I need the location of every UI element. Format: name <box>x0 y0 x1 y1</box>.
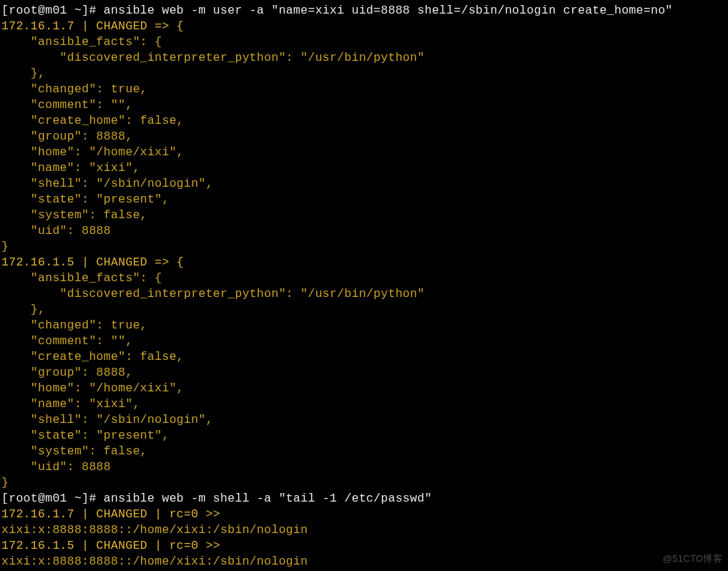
ansible-shell-header: 172.16.1.7 | CHANGED | rc=0 >> <box>1 507 727 522</box>
json-line: "group": 8888, <box>1 365 727 381</box>
terminal-output[interactable]: [root@m01 ~]# ansible web -m user -a "na… <box>1 3 727 570</box>
json-line: "uid": 8888 <box>1 459 727 475</box>
json-line: "home": "/home/xixi", <box>1 381 727 396</box>
passwd-line: xixi:x:8888:8888::/home/xixi:/sbin/nolog… <box>1 522 727 538</box>
json-close-brace: } <box>1 239 727 255</box>
ansible-host-header: 172.16.1.5 | CHANGED => { <box>1 255 727 270</box>
json-close-brace: } <box>1 475 727 491</box>
prompt-command: ansible web -m user -a "name=xixi uid=88… <box>104 4 673 17</box>
json-line: "discovered_interpreter_python": "/usr/b… <box>1 286 727 302</box>
prompt-command: ansible web -m shell -a "tail -1 /etc/pa… <box>104 492 432 505</box>
json-line: "shell": "/sbin/nologin", <box>1 412 727 428</box>
json-line: "system": false, <box>1 444 727 459</box>
json-line: }, <box>1 302 727 318</box>
prompt-line-2: [root@m01 ~]# ansible web -m shell -a "t… <box>1 491 727 507</box>
json-line: "create_home": false, <box>1 349 727 365</box>
json-line: "home": "/home/xixi", <box>1 145 727 160</box>
json-line: "shell": "/sbin/nologin", <box>1 176 727 192</box>
json-line: "state": "present", <box>1 192 727 208</box>
json-line: "comment": "", <box>1 333 727 349</box>
json-line: "comment": "", <box>1 97 727 113</box>
json-line: "changed": true, <box>1 318 727 333</box>
ansible-shell-header: 172.16.1.5 | CHANGED | rc=0 >> <box>1 538 727 554</box>
prompt-user-host: [root@m01 ~]# <box>1 492 104 505</box>
json-line: "state": "present", <box>1 428 727 444</box>
prompt-line-1: [root@m01 ~]# ansible web -m user -a "na… <box>1 3 727 19</box>
json-line: "changed": true, <box>1 82 727 97</box>
json-line: "name": "xixi", <box>1 160 727 176</box>
json-line: "ansible_facts": { <box>1 270 727 286</box>
json-line: "uid": 8888 <box>1 223 727 239</box>
passwd-line: xixi:x:8888:8888::/home/xixi:/sbin/nolog… <box>1 554 727 570</box>
json-line: }, <box>1 66 727 82</box>
watermark-text: @51CTO博客 <box>663 551 722 567</box>
json-line: "create_home": false, <box>1 113 727 129</box>
json-line: "system": false, <box>1 208 727 223</box>
ansible-host-header: 172.16.1.7 | CHANGED => { <box>1 19 727 34</box>
json-line: "group": 8888, <box>1 129 727 145</box>
json-line: "name": "xixi", <box>1 396 727 412</box>
json-line: "ansible_facts": { <box>1 34 727 50</box>
prompt-user-host: [root@m01 ~]# <box>1 4 104 17</box>
json-line: "discovered_interpreter_python": "/usr/b… <box>1 50 727 66</box>
